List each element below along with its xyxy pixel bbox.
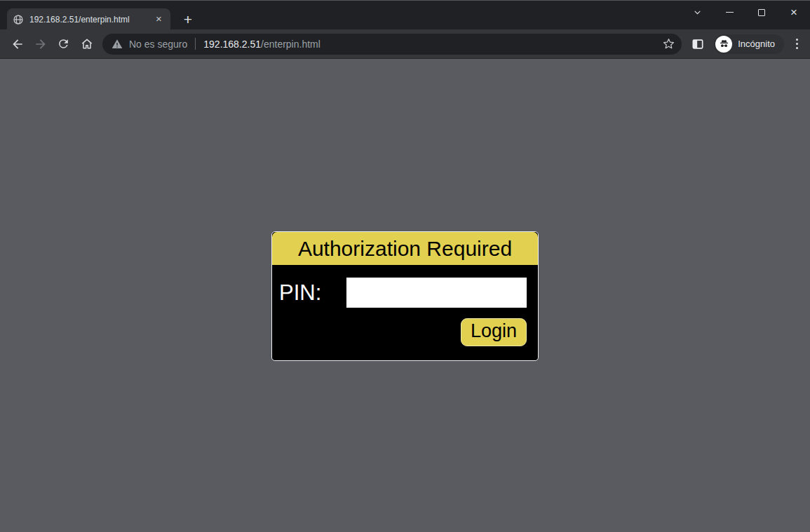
side-panel-button[interactable] bbox=[686, 32, 709, 55]
omnibox-divider bbox=[195, 38, 196, 50]
incognito-icon bbox=[715, 36, 732, 53]
tab-title: 192.168.2.51/enterpin.html bbox=[29, 15, 153, 25]
minimize-button[interactable] bbox=[713, 1, 745, 24]
dialog-title: Authorization Required bbox=[272, 232, 538, 265]
globe-icon bbox=[13, 14, 24, 25]
warning-triangle-icon[interactable] bbox=[112, 39, 123, 50]
page-content: Authorization Required PIN: Login bbox=[0, 59, 810, 532]
browser-toolbar: No es seguro 192.168.2.51/enterpin.html bbox=[0, 29, 810, 59]
incognito-badge: Incógnito bbox=[714, 34, 784, 54]
browser-window: 192.168.2.51/enterpin.html × + × bbox=[0, 0, 810, 532]
titlebar: 192.168.2.51/enterpin.html × + × bbox=[0, 0, 810, 29]
menu-kebab-icon[interactable] bbox=[789, 34, 804, 55]
address-bar[interactable]: No es seguro 192.168.2.51/enterpin.html bbox=[102, 34, 682, 55]
minimize-icon bbox=[726, 12, 734, 13]
maximize-icon bbox=[758, 9, 765, 16]
tab-search-chevron-icon[interactable] bbox=[681, 1, 713, 24]
dialog-body: PIN: Login bbox=[272, 265, 538, 360]
pin-row: PIN: bbox=[279, 278, 527, 308]
reload-button[interactable] bbox=[52, 32, 75, 55]
authorization-dialog: Authorization Required PIN: Login bbox=[271, 231, 539, 361]
close-icon: × bbox=[790, 6, 797, 18]
close-window-button[interactable]: × bbox=[778, 1, 810, 24]
button-row: Login bbox=[279, 318, 527, 346]
bookmark-star-icon[interactable] bbox=[658, 34, 679, 55]
incognito-label: Incógnito bbox=[732, 39, 783, 49]
login-button[interactable]: Login bbox=[461, 318, 527, 346]
url-text[interactable]: 192.168.2.51/enterpin.html bbox=[203, 39, 320, 50]
pin-label: PIN: bbox=[279, 280, 321, 306]
maximize-button[interactable] bbox=[745, 1, 778, 24]
url-host: 192.168.2.51 bbox=[203, 39, 261, 50]
back-button[interactable] bbox=[6, 32, 29, 55]
browser-tab[interactable]: 192.168.2.51/enterpin.html × bbox=[7, 8, 170, 30]
new-tab-button[interactable]: + bbox=[180, 11, 196, 28]
url-path: /enterpin.html bbox=[261, 39, 320, 50]
forward-button[interactable] bbox=[29, 32, 52, 55]
tab-close-icon[interactable]: × bbox=[153, 13, 165, 25]
window-controls: × bbox=[681, 1, 810, 24]
home-button[interactable] bbox=[75, 32, 98, 55]
security-status-label[interactable]: No es seguro bbox=[129, 39, 187, 50]
pin-input[interactable] bbox=[346, 278, 527, 308]
